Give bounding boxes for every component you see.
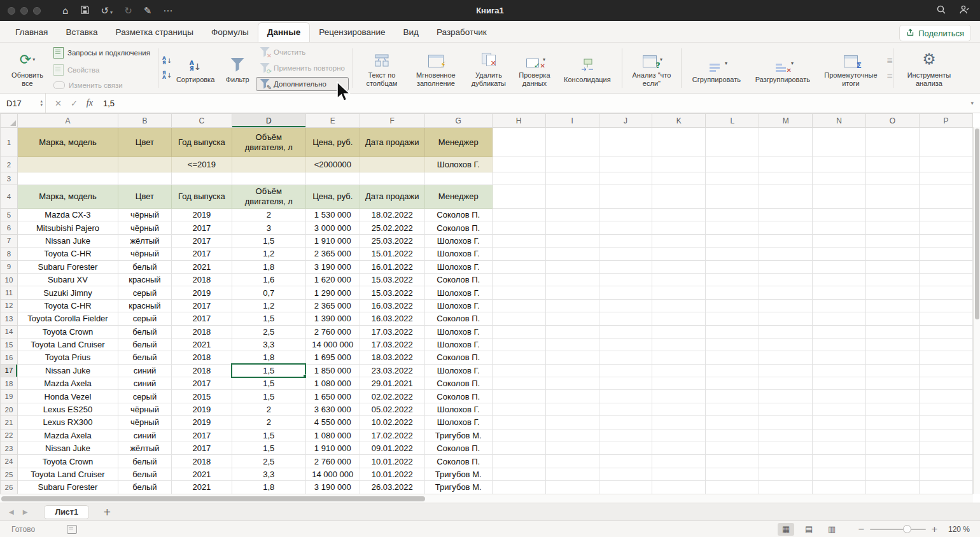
cell-M8[interactable] [759,248,813,260]
cell-D18[interactable]: 1,5 [232,377,305,390]
undo-button[interactable]: ↺▾ [101,5,113,17]
ribbon-tab-Вид[interactable]: Вид [395,23,428,42]
cell-D15[interactable]: 3,3 [232,338,305,351]
cell-C4[interactable]: Год выпуска [171,185,232,209]
row-header-23[interactable]: 23 [1,442,18,455]
row-header-1[interactable]: 1 [1,128,18,157]
cell-L8[interactable] [706,248,759,260]
cell-H17[interactable] [492,364,545,377]
cell-P22[interactable] [919,429,972,442]
view-normal-button[interactable]: ▦ [778,523,794,536]
cell-M5[interactable] [759,209,813,221]
row-header-20[interactable]: 20 [1,403,18,415]
cell-O12[interactable] [866,299,920,312]
cell-K24[interactable] [652,455,706,468]
cell-D22[interactable]: 1,5 [232,429,305,442]
cell-E10[interactable]: 1 620 000 [305,273,360,286]
cell-C18[interactable]: 2017 [171,377,232,390]
cell-E19[interactable]: 1 650 000 [305,390,360,403]
column-header-F[interactable]: F [360,114,424,128]
cell-C16[interactable]: 2018 [171,351,232,364]
cell-A6[interactable]: Mitsubishi Pajero [17,221,118,234]
cell-G24[interactable]: Соколов П. [424,455,492,468]
sheet-tab-active[interactable]: Лист1 [44,505,88,519]
what-if-analysis-button[interactable]: ? ▾ Анализ "что если" [626,46,677,89]
cell-F1[interactable]: Дата продажи [360,128,424,157]
cell-J3[interactable] [599,172,652,185]
cell-F12[interactable]: 16.03.2022 [360,299,424,312]
home-icon[interactable]: ⌂ [62,5,69,17]
cell-D19[interactable]: 1,5 [232,390,305,403]
cell-N15[interactable] [813,338,866,351]
ribbon-tab-Разметка страницы[interactable]: Разметка страницы [107,23,202,42]
cell-I1[interactable] [545,128,599,157]
cell-M10[interactable] [759,273,813,286]
share-user-icon[interactable] [959,4,970,17]
cell-M17[interactable] [759,364,813,377]
cell-C26[interactable]: 2021 [171,481,232,494]
cell-F13[interactable]: 16.03.2022 [360,312,424,325]
cell-L25[interactable] [706,468,759,480]
cell-E20[interactable]: 3 630 000 [305,403,360,415]
cell-A7[interactable]: Nissan Juke [17,234,118,247]
cell-M24[interactable] [759,455,813,468]
cell-G9[interactable]: Шолохов Г. [424,260,492,273]
cell-P3[interactable] [919,172,972,185]
cell-J14[interactable] [599,325,652,338]
cell-C3[interactable] [171,172,232,185]
cell-L13[interactable] [706,312,759,325]
cell-N4[interactable] [813,185,866,209]
cell-K13[interactable] [652,312,706,325]
cell-E25[interactable]: 14 000 000 [305,468,360,480]
cell-E1[interactable]: Цена, руб. [305,128,360,157]
vertical-scrollbar[interactable] [973,127,980,494]
cell-C1[interactable]: Год выпуска [171,128,232,157]
cell-E13[interactable]: 1 390 000 [305,312,360,325]
cell-C17[interactable]: 2018 [171,364,232,377]
cell-I25[interactable] [545,468,599,480]
cell-A26[interactable]: Subaru Forester [17,481,118,494]
cell-B26[interactable]: белый [118,481,171,494]
cell-H6[interactable] [492,221,545,234]
cell-J5[interactable] [599,209,652,221]
cell-H1[interactable] [492,128,545,157]
cell-O11[interactable] [866,286,920,299]
format-icon[interactable]: ✎ [144,5,152,17]
cell-D7[interactable]: 1,5 [232,234,305,247]
cell-I14[interactable] [545,325,599,338]
macro-record-icon[interactable] [67,525,77,534]
cell-P20[interactable] [919,403,972,415]
cell-G19[interactable]: Соколов П. [424,390,492,403]
cell-P7[interactable] [919,234,972,247]
cell-G18[interactable]: Соколов П. [424,377,492,390]
cell-A24[interactable]: Toyota Crown [17,455,118,468]
cell-M15[interactable] [759,338,813,351]
sheet-next-icon[interactable]: ▶ [23,508,28,515]
cell-K1[interactable] [652,128,706,157]
cell-A4[interactable]: Марка, модель [17,185,118,209]
cell-P16[interactable] [919,351,972,364]
share-button[interactable]: Поделиться [899,25,971,41]
cell-L3[interactable] [706,172,759,185]
cell-O2[interactable] [866,157,920,172]
cell-L22[interactable] [706,429,759,442]
row-header-22[interactable]: 22 [1,429,18,442]
cell-N22[interactable] [813,429,866,442]
cell-G6[interactable]: Соколов П. [424,221,492,234]
cell-H5[interactable] [492,209,545,221]
cell-I24[interactable] [545,455,599,468]
zoom-window-button[interactable] [33,7,41,15]
cell-I6[interactable] [545,221,599,234]
cell-D2[interactable] [232,157,305,172]
cell-M1[interactable] [759,128,813,157]
cell-M4[interactable] [759,185,813,209]
cell-M16[interactable] [759,351,813,364]
cell-I8[interactable] [545,248,599,260]
cell-O10[interactable] [866,273,920,286]
cell-I13[interactable] [545,312,599,325]
cell-H25[interactable] [492,468,545,480]
vertical-scrollbar-thumb[interactable] [975,129,979,319]
cell-A18[interactable]: Mazda Axela [17,377,118,390]
cell-F21[interactable]: 10.02.2022 [360,416,424,429]
ribbon-tab-Вставка[interactable]: Вставка [57,23,106,42]
